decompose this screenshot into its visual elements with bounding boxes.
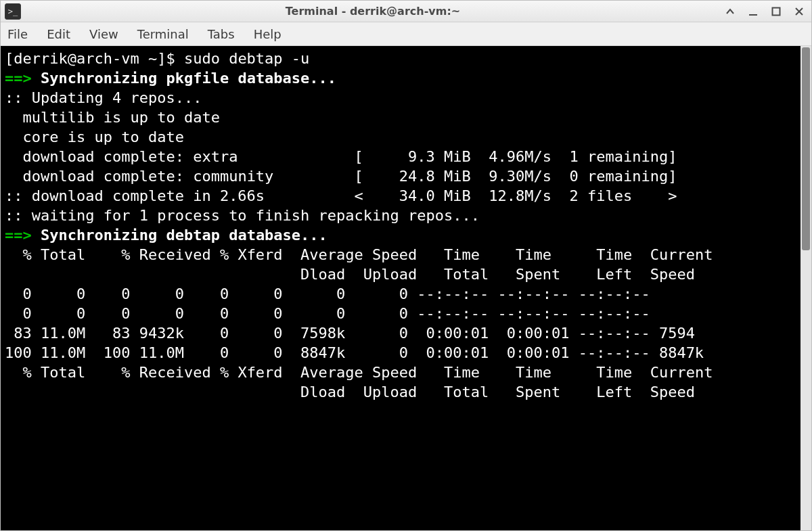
output-line: 0 0 0 0 0 0 0 0 --:--:-- --:--:-- --:--:… [5, 304, 800, 323]
arrow-icon: ==> [5, 70, 32, 87]
output-line: Dload Upload Total Spent Left Speed [5, 264, 800, 284]
output-line: % Total % Received % Xferd Average Speed… [5, 363, 800, 382]
terminal-app-icon: >_ [5, 3, 21, 20]
window-title: Terminal - derrik@arch-vm:~ [25, 5, 721, 18]
menu-help[interactable]: Help [254, 27, 281, 41]
maximize-button[interactable] [771, 6, 782, 17]
window-controls [725, 6, 807, 17]
terminal-window: >_ Terminal - derrik@arch-vm:~ File Edit… [0, 0, 812, 531]
command: sudo debtap -u [184, 50, 309, 67]
menu-edit[interactable]: Edit [47, 27, 70, 41]
output-line: download complete: extra [ 9.3 MiB 4.96M… [5, 147, 800, 166]
output-line: core is up to date [5, 127, 800, 147]
minimize-icon [748, 7, 758, 16]
svg-rect-1 [773, 7, 780, 15]
output-line: download complete: community [ 24.8 MiB … [5, 166, 800, 186]
terminal-output[interactable]: [derrik@arch-vm ~]$ sudo debtap -u==> Sy… [1, 46, 800, 530]
close-icon [794, 7, 804, 16]
scrollbar-thumb[interactable] [802, 47, 810, 250]
output-line: 0 0 0 0 0 0 0 0 --:--:-- --:--:-- --:--:… [5, 284, 800, 304]
close-button[interactable] [794, 6, 805, 17]
prompt: [derrik@arch-vm ~]$ [5, 50, 184, 67]
terminal-body: [derrik@arch-vm ~]$ sudo debtap -u==> Sy… [1, 46, 811, 530]
minimize-button[interactable] [748, 6, 759, 17]
titlebar: >_ Terminal - derrik@arch-vm:~ [1, 1, 811, 22]
rollup-button[interactable] [725, 6, 736, 17]
output-line: multilib is up to date [5, 108, 800, 127]
menu-terminal[interactable]: Terminal [137, 27, 189, 41]
arrow-icon: ==> [5, 227, 32, 244]
output-line: 100 11.0M 100 11.0M 0 0 8847k 0 0:00:01 … [5, 343, 800, 363]
chevron-up-icon [725, 7, 735, 16]
scrollbar[interactable] [800, 46, 811, 530]
menu-file[interactable]: File [7, 27, 28, 41]
output-line: % Total % Received % Xferd Average Speed… [5, 245, 800, 264]
output-line: :: download complete in 2.66s < 34.0 MiB… [5, 186, 800, 206]
output-line: :: waiting for 1 process to finish repac… [5, 206, 800, 225]
menu-view[interactable]: View [89, 27, 118, 41]
maximize-icon [771, 7, 781, 16]
sync-pkgfile-heading: Synchronizing pkgfile database... [32, 70, 336, 87]
output-line: 83 11.0M 83 9432k 0 0 7598k 0 0:00:01 0:… [5, 323, 800, 343]
output-line: Dload Upload Total Spent Left Speed [5, 382, 800, 402]
sync-debtap-heading: Synchronizing debtap database... [32, 227, 328, 244]
menu-tabs[interactable]: Tabs [208, 27, 235, 41]
menubar: File Edit View Terminal Tabs Help [1, 22, 811, 46]
output-line: :: Updating 4 repos... [5, 88, 800, 108]
